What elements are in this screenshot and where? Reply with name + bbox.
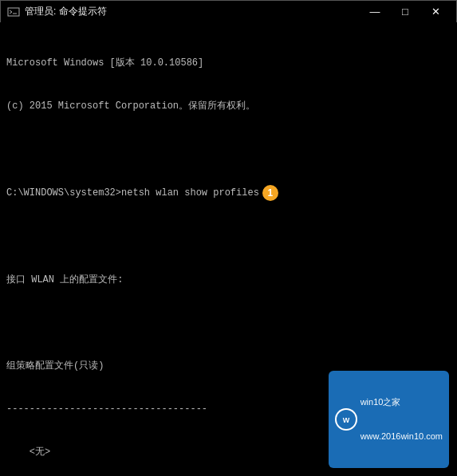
terminal-line-6: 接口 WLAN 上的配置文件: <box>6 273 451 287</box>
terminal-line-7 <box>6 316 451 330</box>
title-bar: 管理员: 命令提示符 — □ ✕ <box>0 0 457 22</box>
title-bar-left: 管理员: 命令提示符 <box>7 5 107 18</box>
close-button[interactable]: ✕ <box>421 4 450 20</box>
title-bar-controls: — □ ✕ <box>360 4 450 20</box>
badge-1: 1 <box>262 185 278 201</box>
terminal-line-1: Microsoft Windows [版本 10.0.10586] <box>6 56 451 70</box>
svg-text:W: W <box>342 416 349 424</box>
watermark-text: win10之家 www.2016win10.com <box>360 374 443 465</box>
terminal-body[interactable]: Microsoft Windows [版本 10.0.10586] (c) 20… <box>0 22 457 476</box>
terminal-icon <box>7 6 20 18</box>
minimize-button[interactable]: — <box>360 4 389 20</box>
terminal-line-3 <box>6 142 451 156</box>
svg-rect-0 <box>8 8 19 16</box>
terminal-line-5 <box>6 230 451 244</box>
watermark-logo: W <box>335 408 357 431</box>
watermark-line1: win10之家 <box>360 396 443 407</box>
window-title: 管理员: 命令提示符 <box>25 5 107 18</box>
watermark-line2: www.2016win10.com <box>360 431 443 442</box>
window: 管理员: 命令提示符 — □ ✕ Microsoft Windows [版本 1… <box>0 0 457 476</box>
terminal-line-4: C:\WINDOWS\system32>netsh wlan show prof… <box>6 185 451 201</box>
terminal-line-2: (c) 2015 Microsoft Corporation。保留所有权利。 <box>6 99 451 113</box>
maximize-button[interactable]: □ <box>391 4 420 20</box>
watermark: W win10之家 www.2016win10.com <box>329 371 449 468</box>
prompt-1: C:\WINDOWS\system32>netsh wlan show prof… <box>6 187 259 199</box>
